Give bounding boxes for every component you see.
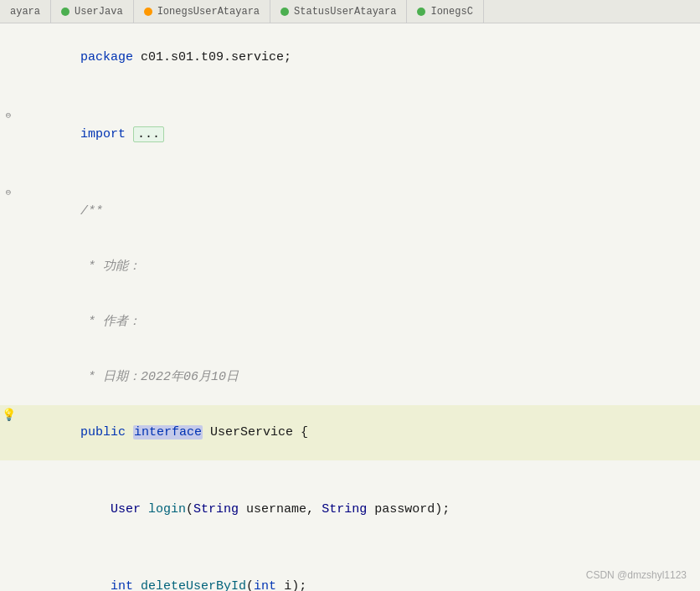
indent-2 bbox=[80, 579, 111, 591]
javadoc-author-text: * 作者： bbox=[80, 315, 141, 329]
tab-ionegsc-dot bbox=[417, 8, 425, 16]
line-interface: 💡 public interface UserService { bbox=[0, 405, 700, 460]
line-blank-4 bbox=[0, 537, 700, 559]
type-string-1: String bbox=[193, 502, 239, 516]
gutter-blank-4 bbox=[0, 537, 17, 540]
javadoc-func-text: * 功能： bbox=[80, 260, 141, 274]
collapse-javadoc-icon[interactable]: ⊖ bbox=[6, 187, 12, 198]
method-login: login bbox=[148, 502, 186, 516]
line-javadoc-open: ⊖ /** bbox=[0, 184, 700, 239]
tab-ionegsc-label: IonegsC bbox=[430, 6, 472, 18]
gutter-javadoc-date bbox=[0, 350, 17, 352]
gutter-blank-1 bbox=[0, 85, 17, 88]
classname-userservice: UserService bbox=[210, 425, 293, 439]
code-package: package c01.s01.t09.service; bbox=[17, 30, 700, 85]
tab-bar[interactable]: ayara UserJava IonegsUserAtayara StatusU… bbox=[0, 0, 700, 23]
gutter-javadoc-author bbox=[0, 295, 17, 297]
code-javadoc-date: * 日期：2022年06月10日 bbox=[17, 350, 700, 405]
tab-ionegsuser[interactable]: IonegsUserAtayara bbox=[134, 0, 270, 23]
code-method-login: User login(String username, String passw… bbox=[17, 482, 700, 537]
gutter-method-delete bbox=[0, 559, 17, 562]
keyword-interface: interface bbox=[133, 425, 203, 439]
type-string-2: String bbox=[322, 502, 367, 516]
editor-container: ayara UserJava IonegsUserAtayara StatusU… bbox=[0, 0, 700, 591]
space-2 bbox=[203, 425, 210, 439]
gutter-javadoc-open: ⊖ bbox=[0, 184, 17, 198]
type-int-1: int bbox=[111, 579, 133, 591]
gutter-blank-3 bbox=[0, 460, 17, 463]
code-javadoc-func: * 功能： bbox=[17, 239, 700, 295]
tab-ionegsuser-dot bbox=[144, 8, 152, 16]
keyword-package: package bbox=[80, 50, 133, 64]
method-delete: deleteUserById bbox=[141, 579, 246, 591]
bulb-icon[interactable]: 💡 bbox=[2, 408, 16, 422]
package-value: c01.s01.t09.service; bbox=[133, 50, 291, 64]
collapse-import-icon[interactable]: ⊖ bbox=[6, 110, 12, 121]
line-package: package c01.s01.t09.service; bbox=[0, 30, 700, 85]
line-blank-3 bbox=[0, 460, 700, 482]
code-javadoc-open: /** bbox=[17, 184, 700, 239]
type-user-1: User bbox=[111, 502, 141, 516]
line-javadoc-date: * 日期：2022年06月10日 bbox=[0, 350, 700, 405]
tab-userjava-label: UserJava bbox=[75, 6, 123, 18]
code-area: package c01.s01.t09.service; ⊖ import ..… bbox=[0, 23, 700, 591]
open-brace: { bbox=[293, 425, 308, 439]
code-javadoc-author: * 作者： bbox=[17, 295, 700, 350]
space-login-1 bbox=[141, 502, 148, 516]
tab-ayara[interactable]: ayara bbox=[0, 0, 51, 23]
param-password: password); bbox=[367, 502, 450, 516]
gutter-interface: 💡 bbox=[0, 405, 17, 422]
code-import: import ... bbox=[17, 107, 700, 162]
code-blank-3 bbox=[17, 460, 700, 482]
type-int-param-1: int bbox=[254, 579, 276, 591]
tab-userjava-dot bbox=[61, 8, 69, 16]
delete-params: ( bbox=[246, 579, 254, 591]
code-interface: public interface UserService { bbox=[17, 405, 700, 460]
code-blank-4 bbox=[17, 537, 700, 559]
gutter-method-login bbox=[0, 482, 17, 485]
line-blank-2 bbox=[0, 162, 700, 184]
tab-ionegsc[interactable]: IonegsC bbox=[407, 0, 483, 23]
space-delete-1 bbox=[133, 579, 141, 591]
line-javadoc-func: * 功能： bbox=[0, 239, 700, 295]
keyword-import: import bbox=[80, 127, 126, 141]
line-javadoc-author: * 作者： bbox=[0, 295, 700, 350]
login-params: ( bbox=[186, 502, 193, 516]
tab-userjava[interactable]: UserJava bbox=[51, 0, 134, 23]
line-import: ⊖ import ... bbox=[0, 107, 700, 162]
keyword-public: public bbox=[80, 425, 126, 439]
import-space bbox=[126, 127, 133, 141]
code-blank-1 bbox=[17, 85, 700, 107]
tab-statususer[interactable]: StatusUserAtayara bbox=[270, 0, 407, 23]
space-1 bbox=[126, 425, 133, 439]
gutter-import: ⊖ bbox=[0, 107, 17, 121]
watermark: CSDN @dmzshyl1123 bbox=[586, 569, 687, 581]
line-method-login: User login(String username, String passw… bbox=[0, 482, 700, 537]
gutter-package bbox=[0, 30, 17, 33]
gutter-blank-2 bbox=[0, 162, 17, 165]
javadoc-date-text: * 日期：2022年06月10日 bbox=[80, 370, 239, 384]
javadoc-open-text: /** bbox=[80, 204, 103, 218]
watermark-text: CSDN @dmzshyl1123 bbox=[586, 569, 687, 581]
param-i-1: i); bbox=[276, 579, 306, 591]
tab-ayara-label: ayara bbox=[10, 6, 40, 18]
gutter-javadoc-func bbox=[0, 239, 17, 242]
indent-1 bbox=[80, 502, 111, 516]
import-ellipsis: ... bbox=[133, 126, 164, 142]
tab-statususer-label: StatusUserAtayara bbox=[294, 6, 396, 18]
tab-statususer-dot bbox=[281, 8, 289, 16]
param-username: username, bbox=[239, 502, 322, 516]
code-blank-2 bbox=[17, 162, 700, 184]
line-blank-1 bbox=[0, 85, 700, 107]
tab-ionegsuser-label: IonegsUserAtayara bbox=[157, 6, 260, 18]
